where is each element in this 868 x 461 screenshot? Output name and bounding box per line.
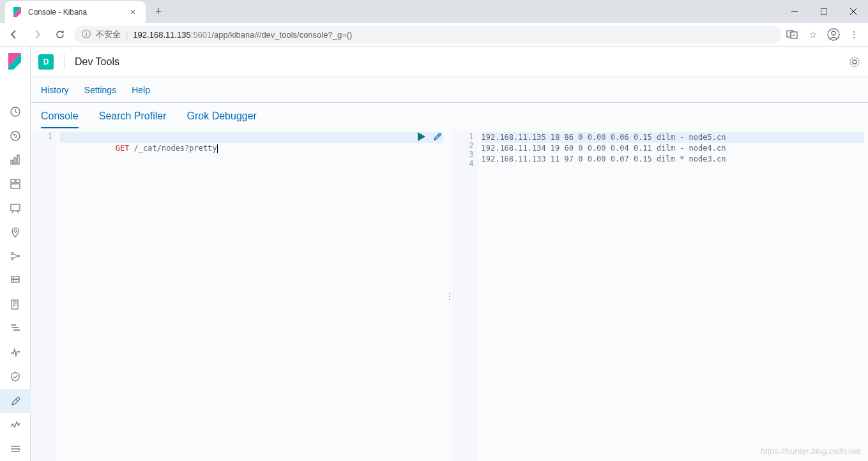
help-icon[interactable] [849,56,860,68]
divider: | [126,30,128,40]
browser-tab-bar: Console - Kibana × + [0,0,868,23]
svg-rect-16 [16,179,20,183]
kibana-favicon [13,7,23,17]
kibana-logo[interactable] [0,47,31,75]
browser-tab[interactable]: Console - Kibana × [5,1,146,23]
browser-nav-bar: ⓘ 不安全 | 192.168.11.135:5601/app/kibana#/… [0,23,868,46]
svg-line-26 [13,257,17,259]
management-icon[interactable] [0,437,31,461]
insecure-label: 不安全 [96,29,121,40]
ml-icon[interactable] [0,244,31,268]
recently-viewed-icon[interactable] [0,100,31,124]
dev-tools-icon[interactable] [0,389,31,413]
back-button[interactable] [5,26,23,43]
settings-link[interactable]: Settings [84,85,117,95]
svg-rect-13 [14,158,16,164]
splitter[interactable]: ⋮ [447,131,452,461]
page-title: Dev Tools [75,56,119,68]
profile-icon[interactable] [827,28,840,41]
dashboard-icon[interactable] [0,172,31,196]
svg-rect-15 [11,179,15,183]
minimize-button[interactable] [780,0,809,23]
svg-point-29 [13,277,14,278]
url-text: 192.168.11.135:5601/app/kibana#/dev_tool… [133,30,773,40]
svg-point-9 [832,31,835,35]
svg-point-43 [853,60,857,64]
new-tab-button[interactable]: + [149,3,167,20]
tab-profiler[interactable]: Search Profiler [99,110,167,128]
apm-icon[interactable] [0,317,31,341]
browser-tab-title: Console - Kibana [28,8,123,17]
logs-icon[interactable] [0,292,31,317]
translate-icon[interactable]: 文A [786,29,799,40]
svg-rect-1 [821,8,827,15]
subnav: History Settings Help [31,77,868,103]
line-number: 1 [31,132,52,141]
svg-point-38 [18,425,19,426]
svg-point-24 [17,255,19,257]
close-window-button[interactable] [839,0,868,23]
output-line [482,165,865,176]
svg-rect-17 [11,184,20,188]
siem-icon[interactable] [0,365,31,389]
code-line[interactable]: GET /_cat/nodes?pretty [60,132,443,143]
close-tab-icon[interactable]: × [128,7,138,17]
app-header: D Dev Tools [31,47,868,77]
app-badge: D [38,54,54,70]
infrastructure-icon[interactable] [0,268,31,292]
svg-line-25 [13,254,17,256]
line-number: 3 [452,150,474,159]
console-area: 1 GET /_cat/nodes?pretty [31,128,868,461]
svg-rect-14 [17,155,19,164]
svg-point-42 [850,57,859,66]
svg-rect-12 [11,160,13,164]
svg-point-21 [14,230,17,232]
svg-rect-27 [11,276,19,279]
monitoring-icon[interactable] [0,413,31,437]
line-actions [418,132,442,141]
tab-grok[interactable]: Grok Debugger [187,110,257,128]
output-code[interactable]: 192.168.11.135 18 86 0 0.00 0.06 0.15 di… [478,131,869,461]
forward-button[interactable] [28,26,46,43]
svg-point-11 [11,132,20,140]
play-icon[interactable] [418,132,425,141]
help-link[interactable]: Help [132,85,150,95]
svg-point-22 [11,253,13,255]
menu-icon[interactable]: ⋮ [848,29,860,40]
output-line: 192.168.11.133 11 97 0 0.00 0.07 0.15 di… [482,154,865,165]
editor-code[interactable]: GET /_cat/nodes?pretty [56,131,447,461]
history-link[interactable]: History [41,85,69,95]
svg-rect-18 [11,204,20,211]
kibana-app: D Dev Tools History Settings Help Consol… [0,47,868,461]
maximize-button[interactable] [809,0,839,23]
svg-point-23 [11,258,13,260]
uptime-icon[interactable] [0,340,31,365]
line-number: 4 [452,159,474,168]
svg-line-19 [12,211,13,213]
editor-pane[interactable]: 1 GET /_cat/nodes?pretty [31,131,447,461]
info-icon[interactable]: ⓘ [82,29,91,40]
svg-point-30 [13,280,14,282]
svg-point-8 [828,29,839,40]
svg-text:A: A [793,33,795,37]
output-line: 192.168.11.134 19 60 0 0.00 0.04 0.11 di… [482,143,865,154]
discover-icon[interactable] [0,124,31,148]
browser-chrome: Console - Kibana × + ⓘ 不安全 [0,0,868,47]
nav-right-icons: 文A ☆ ⋮ [786,28,863,41]
output-line: 192.168.11.135 18 86 0 0.00 0.06 0.15 di… [482,132,865,143]
header-right [849,56,860,68]
output-pane: 1 2 3 4 192.168.11.135 18 86 0 0.00 0.06… [452,131,869,461]
tool-tabs: Console Search Profiler Grok Debugger [31,103,868,128]
line-number: 1 [452,132,474,141]
main-content: D Dev Tools History Settings Help Consol… [31,47,868,461]
wrench-icon[interactable] [433,132,442,141]
reload-button[interactable] [51,26,69,43]
tab-console[interactable]: Console [41,110,79,128]
visualize-icon[interactable] [0,147,31,172]
svg-line-20 [17,211,19,213]
line-number: 2 [452,141,474,150]
canvas-icon[interactable] [0,196,31,220]
maps-icon[interactable] [0,220,31,245]
address-bar[interactable]: ⓘ 不安全 | 192.168.11.135:5601/app/kibana#/… [74,26,781,43]
star-icon[interactable]: ☆ [807,29,819,40]
